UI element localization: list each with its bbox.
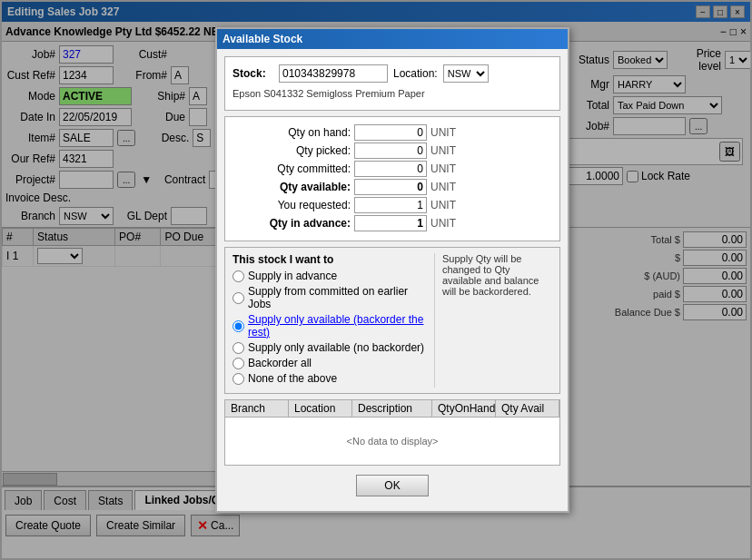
branch-col-branch: Branch [225,400,289,417]
qty-on-hand-input[interactable] [354,124,427,141]
radio-supply-backorder-input[interactable] [233,320,244,332]
qty-picked-label: Qty picked: [233,144,351,157]
qty-in-advance-input[interactable] [354,215,427,231]
stock-section: Stock: Location: NSW Epson S041332 Semig… [224,56,560,111]
branch-col-qty-avail: Qty Avail [496,400,559,417]
qty-picked-unit: UNIT [430,144,462,157]
radio-backorder-all-label: Backorder all [248,357,312,369]
qty-picked-row: Qty picked: UNIT [233,142,552,159]
radio-supply-no-backorder-label: Supply only available (no backorder) [248,341,424,354]
supply-qty-note: Supply Qty will be changed to Qty availa… [434,253,552,388]
qty-on-hand-label: Qty on hand: [233,126,351,139]
qty-in-advance-label: Qty in advance: [233,217,351,230]
qty-section: Qty on hand: UNIT Qty picked: UNIT Qty c… [224,116,560,241]
location-select[interactable]: NSW [443,64,489,83]
main-window: Editing Sales Job 327 − □ × Advance Know… [0,0,752,560]
qty-on-hand-unit: UNIT [430,126,462,139]
radio-supply-no-backorder-input[interactable] [233,342,244,354]
radio-section: This stock I want to Supply in advance S… [224,247,560,394]
qty-committed-row: Qty committed: UNIT [233,161,552,177]
qty-available-row: Qty available: UNIT [233,179,552,195]
radio-supply-advance: Supply in advance [233,270,427,282]
radio-supply-advance-input[interactable] [233,270,244,282]
branch-table-section: Branch Location Description QtyOnHand Qt… [224,399,560,466]
qty-available-unit: UNIT [430,181,462,193]
modal-footer: OK [224,471,560,504]
modal-title: Available Stock [217,29,568,49]
qty-on-hand-row: Qty on hand: UNIT [233,124,552,141]
stock-description: Epson S041332 Semigloss Premium Paper [233,88,552,99]
location-label: Location: [393,67,438,80]
radio-supply-committed-label: Supply from committed on earlier Jobs [248,285,427,310]
radio-group-label: This stock I want to [233,253,427,266]
branch-table-header: Branch Location Description QtyOnHand Qt… [225,400,559,418]
qty-in-advance-row: Qty in advance: UNIT [233,215,552,231]
branch-col-qty-on-hand: QtyOnHand [432,400,496,417]
radio-supply-committed-input[interactable] [233,292,244,304]
radio-supply-no-backorder: Supply only available (no backorder) [233,341,427,354]
radio-supply-backorder: Supply only available (backorder the res… [233,313,427,339]
qty-picked-input[interactable] [354,142,427,159]
branch-col-desc: Description [352,400,432,417]
radio-backorder-all: Backorder all [233,357,427,369]
branch-col-location: Location [289,400,352,417]
radio-none-above-input[interactable] [233,373,244,385]
radio-backorder-all-input[interactable] [233,358,244,369]
qty-in-advance-unit: UNIT [430,217,462,230]
no-data-text: <No data to display> [225,418,559,465]
ok-button[interactable]: OK [356,475,428,496]
available-stock-modal: Available Stock Stock: Location: NSW Eps… [215,27,569,513]
stock-input[interactable] [279,64,388,83]
qty-committed-unit: UNIT [430,162,462,175]
radio-supply-advance-label: Supply in advance [248,270,337,282]
qty-available-label: Qty available: [233,181,351,193]
modal-body: Stock: Location: NSW Epson S041332 Semig… [217,49,568,511]
you-requested-input[interactable] [354,197,427,213]
radio-options: This stock I want to Supply in advance S… [233,253,427,388]
qty-committed-label: Qty committed: [233,162,351,175]
radio-none-above: None of the above [233,372,427,385]
stock-label: Stock: [233,67,273,80]
you-requested-unit: UNIT [430,199,462,211]
qty-available-input[interactable] [354,179,427,195]
you-requested-row: You requested: UNIT [233,197,552,213]
modal-title-text: Available Stock [223,33,302,45]
qty-committed-input[interactable] [354,161,427,177]
radio-none-above-label: None of the above [248,372,337,385]
stock-input-row: Stock: Location: NSW [233,64,552,83]
you-requested-label: You requested: [233,199,351,211]
radio-supply-committed: Supply from committed on earlier Jobs [233,285,427,310]
radio-supply-backorder-label: Supply only available (backorder the res… [248,313,427,339]
